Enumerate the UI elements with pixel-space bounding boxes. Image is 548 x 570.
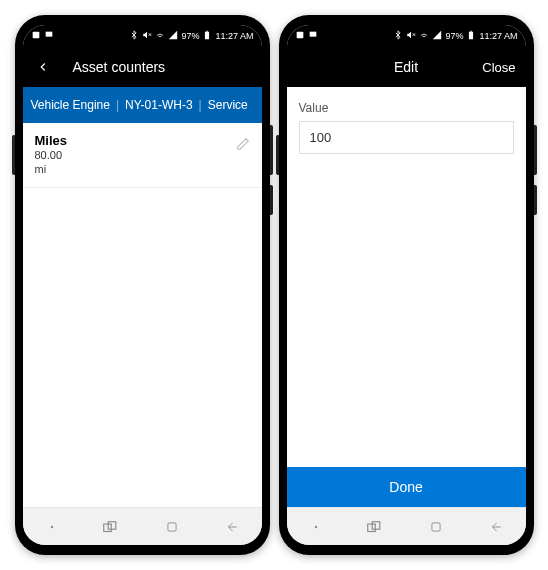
nav-dot[interactable]	[37, 517, 67, 537]
counter-name: Miles	[35, 133, 236, 148]
svg-point-6	[51, 525, 53, 527]
svg-rect-1	[45, 32, 52, 37]
close-button[interactable]: Close	[482, 60, 515, 75]
mode-label: Service	[208, 98, 248, 112]
home-button[interactable]	[157, 517, 187, 537]
bluetooth-icon	[393, 30, 403, 42]
value-input[interactable]	[299, 121, 514, 154]
counter-row[interactable]: Miles 80.00 mi	[23, 123, 262, 188]
phone-left: 97% 11:27 AM Asset counters Vehicle Engi…	[15, 15, 270, 555]
svg-rect-7	[104, 524, 112, 532]
notification-icon-2	[44, 30, 54, 42]
separator-icon: |	[116, 98, 119, 112]
screen-edit-value: 97% 11:27 AM Edit Close Value Done	[287, 25, 526, 545]
svg-rect-11	[309, 32, 316, 37]
app-header: Edit Close	[287, 47, 526, 87]
clock-text: 11:27 AM	[479, 31, 517, 41]
svg-rect-18	[372, 521, 380, 529]
svg-rect-9	[168, 522, 176, 530]
nav-dot[interactable]	[301, 517, 331, 537]
phone-right: 97% 11:27 AM Edit Close Value Done	[279, 15, 534, 555]
counter-value: 80.00	[35, 148, 236, 162]
svg-rect-10	[296, 32, 303, 39]
separator-icon: |	[199, 98, 202, 112]
recents-button[interactable]	[361, 517, 391, 537]
svg-rect-8	[108, 521, 116, 529]
battery-text: 97%	[181, 31, 199, 41]
page-title: Asset counters	[53, 59, 252, 75]
android-nav-bar	[287, 507, 526, 545]
home-button[interactable]	[421, 517, 451, 537]
counter-unit: mi	[35, 162, 236, 176]
content-area: Miles 80.00 mi	[23, 123, 262, 507]
mute-icon	[142, 30, 152, 42]
svg-rect-4	[205, 32, 209, 40]
battery-text: 97%	[445, 31, 463, 41]
notification-icon-2	[308, 30, 318, 42]
svg-rect-15	[471, 31, 473, 32]
svg-rect-0	[32, 32, 39, 39]
wifi-icon	[155, 30, 165, 42]
edit-icon[interactable]	[236, 137, 250, 155]
asset-id-label: NY-01-WH-3	[125, 98, 193, 112]
android-nav-bar	[23, 507, 262, 545]
status-bar: 97% 11:27 AM	[23, 25, 262, 47]
value-field-label: Value	[299, 101, 514, 115]
done-button[interactable]: Done	[287, 467, 526, 507]
back-button[interactable]	[33, 57, 53, 77]
battery-icon	[202, 30, 212, 42]
signal-icon	[432, 30, 442, 42]
svg-point-16	[315, 525, 317, 527]
signal-icon	[168, 30, 178, 42]
battery-icon	[466, 30, 476, 42]
clock-text: 11:27 AM	[215, 31, 253, 41]
svg-rect-5	[207, 31, 209, 32]
app-header: Asset counters	[23, 47, 262, 87]
svg-rect-14	[469, 32, 473, 40]
asset-type-label: Vehicle Engine	[31, 98, 110, 112]
back-nav-button[interactable]	[217, 517, 247, 537]
wifi-icon	[419, 30, 429, 42]
notification-icon	[295, 30, 305, 42]
svg-rect-17	[368, 524, 376, 532]
recents-button[interactable]	[97, 517, 127, 537]
bluetooth-icon	[129, 30, 139, 42]
svg-rect-19	[432, 522, 440, 530]
context-bar: Vehicle Engine | NY-01-WH-3 | Service	[23, 87, 262, 123]
content-area: Value	[287, 87, 526, 467]
status-bar: 97% 11:27 AM	[287, 25, 526, 47]
screen-asset-counters: 97% 11:27 AM Asset counters Vehicle Engi…	[23, 25, 262, 545]
back-nav-button[interactable]	[481, 517, 511, 537]
mute-icon	[406, 30, 416, 42]
notification-icon	[31, 30, 41, 42]
